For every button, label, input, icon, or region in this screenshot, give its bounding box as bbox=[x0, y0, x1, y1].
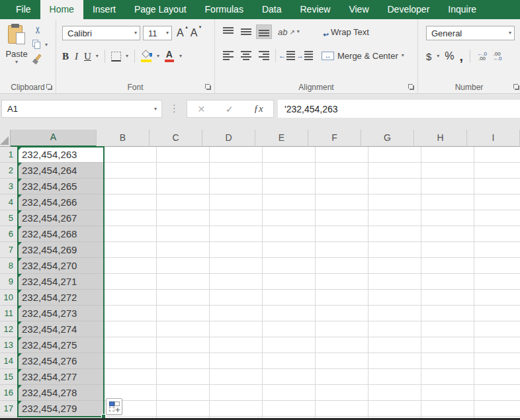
cell-e1[interactable] bbox=[263, 147, 316, 163]
font-color-dropdown-icon[interactable]: ▾ bbox=[179, 54, 182, 59]
column-header-b[interactable]: B bbox=[97, 130, 150, 147]
cell-e15[interactable] bbox=[263, 369, 316, 385]
cell-d3[interactable] bbox=[210, 179, 263, 194]
wrap-text-button[interactable]: ↩ Wrap Text bbox=[316, 27, 369, 37]
row-header-16[interactable]: 16 bbox=[0, 385, 18, 401]
cell-g13[interactable] bbox=[368, 337, 421, 353]
cell-i1[interactable] bbox=[474, 147, 520, 163]
cell-b15[interactable] bbox=[104, 369, 157, 385]
cell-f9[interactable] bbox=[316, 274, 368, 290]
row-header-6[interactable]: 6 bbox=[0, 226, 18, 242]
cell-c15[interactable] bbox=[157, 369, 210, 385]
cell-i16[interactable] bbox=[474, 385, 520, 401]
cell-a4[interactable]: 232,454,266 bbox=[18, 194, 104, 210]
tab-developer[interactable]: Developer bbox=[378, 0, 439, 19]
accounting-dropdown-icon[interactable]: ▾ bbox=[437, 54, 439, 59]
number-dialog-launcher-icon[interactable] bbox=[513, 84, 520, 91]
cell-e5[interactable] bbox=[263, 210, 316, 226]
cell-c17[interactable] bbox=[157, 401, 210, 417]
cell-i7[interactable] bbox=[474, 242, 520, 258]
column-header-h[interactable]: H bbox=[414, 130, 467, 147]
column-header-i[interactable]: I bbox=[467, 130, 520, 147]
cell-h11[interactable] bbox=[421, 306, 474, 321]
cell-i4[interactable] bbox=[474, 194, 520, 210]
row-header-3[interactable]: 3 bbox=[0, 179, 18, 194]
cell-d11[interactable] bbox=[210, 306, 263, 321]
cell-g3[interactable] bbox=[368, 179, 421, 194]
cell-f14[interactable] bbox=[316, 353, 368, 369]
cell-b14[interactable] bbox=[104, 353, 157, 369]
cell-g11[interactable] bbox=[368, 306, 421, 321]
cell-d14[interactable] bbox=[210, 353, 263, 369]
cell-b10[interactable] bbox=[104, 290, 157, 306]
orientation-dropdown-icon[interactable]: ▾ bbox=[297, 29, 300, 34]
cell-f5[interactable] bbox=[316, 210, 368, 226]
tab-formulas[interactable]: Formulas bbox=[196, 0, 253, 19]
decrease-decimal-button[interactable]: .00 →.0 bbox=[492, 52, 502, 61]
cell-c5[interactable] bbox=[157, 210, 210, 226]
row-header-12[interactable]: 12 bbox=[0, 321, 18, 337]
cell-f12[interactable] bbox=[316, 321, 368, 337]
cell-g1[interactable] bbox=[368, 147, 421, 163]
borders-dropdown-icon[interactable]: ▾ bbox=[126, 54, 128, 59]
cell-h14[interactable] bbox=[421, 353, 474, 369]
cell-i11[interactable] bbox=[474, 306, 520, 321]
cell-a3[interactable]: 232,454,265 bbox=[18, 179, 104, 194]
cell-f16[interactable] bbox=[316, 385, 368, 401]
row-header-11[interactable]: 11 bbox=[0, 306, 18, 321]
cell-g12[interactable] bbox=[368, 321, 421, 337]
cell-a14[interactable]: 232,454,276 bbox=[18, 353, 104, 369]
cell-a7[interactable]: 232,454,269 bbox=[18, 242, 104, 258]
cell-f6[interactable] bbox=[316, 226, 368, 242]
cell-h12[interactable] bbox=[421, 321, 474, 337]
cell-b8[interactable] bbox=[104, 258, 157, 274]
cell-f10[interactable] bbox=[316, 290, 368, 306]
increase-font-size-button[interactable]: A ▴ bbox=[175, 27, 186, 39]
cell-e7[interactable] bbox=[263, 242, 316, 258]
cell-a8[interactable]: 232,454,270 bbox=[18, 258, 104, 274]
cell-d15[interactable] bbox=[210, 369, 263, 385]
cell-g14[interactable] bbox=[368, 353, 421, 369]
cell-c9[interactable] bbox=[157, 274, 210, 290]
cell-g16[interactable] bbox=[368, 385, 421, 401]
cell-e9[interactable] bbox=[263, 274, 316, 290]
cell-b2[interactable] bbox=[104, 163, 157, 179]
cell-e3[interactable] bbox=[263, 179, 316, 194]
fill-color-dropdown-icon[interactable]: ▾ bbox=[157, 54, 159, 59]
cell-f7[interactable] bbox=[316, 242, 368, 258]
row-header-5[interactable]: 5 bbox=[0, 210, 18, 226]
enter-icon[interactable]: ✓ bbox=[226, 104, 234, 114]
column-header-d[interactable]: D bbox=[202, 130, 255, 147]
cell-c8[interactable] bbox=[157, 258, 210, 274]
cell-h5[interactable] bbox=[421, 210, 474, 226]
cell-h9[interactable] bbox=[421, 274, 474, 290]
cell-i13[interactable] bbox=[474, 337, 520, 353]
cell-a6[interactable]: 232,454,268 bbox=[18, 226, 104, 242]
tab-inquire[interactable]: Inquire bbox=[439, 0, 486, 19]
cell-e11[interactable] bbox=[263, 306, 316, 321]
cell-d8[interactable] bbox=[210, 258, 263, 274]
column-header-a[interactable]: A bbox=[11, 130, 97, 147]
name-box[interactable]: A1 ▾ bbox=[1, 100, 162, 118]
cell-e16[interactable] bbox=[263, 385, 316, 401]
cell-c3[interactable] bbox=[157, 179, 210, 194]
cell-h8[interactable] bbox=[421, 258, 474, 274]
borders-icon[interactable] bbox=[111, 52, 121, 62]
column-header-g[interactable]: G bbox=[361, 130, 414, 147]
cell-d6[interactable] bbox=[210, 226, 263, 242]
name-box-dropdown-icon[interactable]: ▾ bbox=[154, 106, 161, 112]
cell-d2[interactable] bbox=[210, 163, 263, 179]
cell-c7[interactable] bbox=[157, 242, 210, 258]
cell-c11[interactable] bbox=[157, 306, 210, 321]
cell-d17[interactable] bbox=[210, 401, 263, 417]
row-header-17[interactable]: 17 bbox=[0, 401, 18, 417]
cell-d13[interactable] bbox=[210, 337, 263, 353]
cell-d1[interactable] bbox=[210, 147, 263, 163]
cell-a1[interactable]: 232,454,263 bbox=[18, 147, 104, 163]
auto-fill-options-button[interactable]: + bbox=[106, 398, 122, 415]
row-header-15[interactable]: 15 bbox=[0, 369, 18, 385]
cell-b13[interactable] bbox=[104, 337, 157, 353]
cell-a13[interactable]: 232,454,275 bbox=[18, 337, 104, 353]
cell-b6[interactable] bbox=[104, 226, 157, 242]
column-header-f[interactable]: F bbox=[308, 130, 361, 147]
